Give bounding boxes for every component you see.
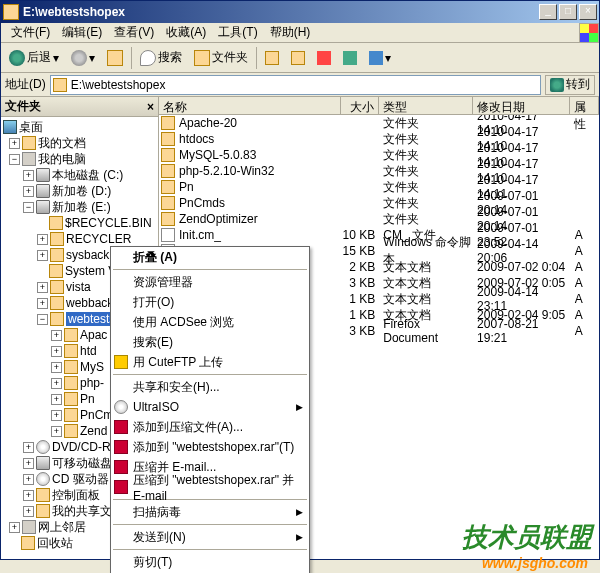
column-type[interactable]: 类型 <box>379 97 473 114</box>
folder-icon <box>50 280 64 294</box>
folder-icon <box>161 164 175 178</box>
submenu-arrow-icon: ▶ <box>296 402 303 412</box>
address-input[interactable]: E:\webtestshopex <box>50 75 541 95</box>
tool-button[interactable] <box>261 49 283 67</box>
folder-icon <box>50 248 64 262</box>
expander[interactable]: + <box>37 282 48 293</box>
menu-explorer[interactable]: 资源管理器 <box>111 272 309 292</box>
file-icon <box>161 228 175 242</box>
tree-item[interactable]: −新加卷 (E:) <box>3 199 156 215</box>
folder-icon <box>64 392 78 406</box>
expander[interactable]: − <box>23 202 34 213</box>
expander[interactable]: + <box>37 298 48 309</box>
expander[interactable]: + <box>23 186 34 197</box>
expander[interactable]: + <box>51 394 62 405</box>
views-icon <box>369 51 383 65</box>
expander[interactable]: + <box>23 170 34 181</box>
address-label: 地址(D) <box>5 76 46 93</box>
separator <box>131 47 132 69</box>
tool-icon <box>317 51 331 65</box>
menu-add-archive[interactable]: 添加到压缩文件(A)... <box>111 417 309 437</box>
column-size[interactable]: 大小 <box>341 97 379 114</box>
goto-button[interactable]: 转到 <box>545 75 595 95</box>
expander[interactable]: + <box>9 522 20 533</box>
separator <box>113 524 307 525</box>
expander[interactable]: + <box>51 410 62 421</box>
search-button[interactable]: 搜索 <box>136 47 186 68</box>
folder-icon <box>161 196 175 210</box>
up-folder-icon <box>107 50 123 66</box>
tree-item[interactable]: +新加卷 (D:) <box>3 183 156 199</box>
maximize-button[interactable]: □ <box>559 4 577 20</box>
expander[interactable]: + <box>51 378 62 389</box>
computer-icon <box>22 152 36 166</box>
menu-cuteftp[interactable]: 用 CuteFTP 上传 <box>111 352 309 372</box>
separator <box>113 374 307 375</box>
close-button[interactable]: × <box>579 4 597 20</box>
drive-icon <box>36 200 50 214</box>
menu-view[interactable]: 查看(V) <box>108 22 160 43</box>
forward-icon <box>71 50 87 66</box>
menu-open[interactable]: 打开(O) <box>111 292 309 312</box>
tree-desktop[interactable]: 桌面 <box>3 119 156 135</box>
expander[interactable]: + <box>23 506 34 517</box>
tree-item[interactable]: +我的文档 <box>3 135 156 151</box>
views-button[interactable]: ▾ <box>365 49 395 67</box>
tree-item[interactable]: −我的电脑 <box>3 151 156 167</box>
tool-button[interactable] <box>313 49 335 67</box>
cd-icon <box>36 472 50 486</box>
menu-add-to[interactable]: 添加到 "webtestshopex.rar"(T) <box>111 437 309 457</box>
separator <box>113 549 307 550</box>
menu-collapse[interactable]: 折叠 (A) <box>111 247 309 267</box>
menu-acdsee[interactable]: 使用 ACDSee 浏览 <box>111 312 309 332</box>
column-name[interactable]: 名称 <box>159 97 341 114</box>
tree-item[interactable]: $RECYCLE.BIN <box>3 215 156 231</box>
folder-icon <box>49 216 63 230</box>
back-button[interactable]: 后退 ▾ <box>5 47 63 68</box>
expander[interactable]: − <box>37 314 48 325</box>
expander[interactable]: + <box>37 250 48 261</box>
expander[interactable]: − <box>9 154 20 165</box>
shared-icon <box>36 504 50 518</box>
expander[interactable]: + <box>51 330 62 341</box>
search-icon <box>140 50 156 66</box>
expander[interactable]: + <box>23 458 34 469</box>
expander[interactable]: + <box>23 442 34 453</box>
menu-scan[interactable]: 扫描病毒▶ <box>111 502 309 522</box>
tree-item[interactable]: +本地磁盘 (C:) <box>3 167 156 183</box>
expander[interactable]: + <box>51 362 62 373</box>
tree-item[interactable]: +RECYCLER <box>3 231 156 247</box>
cd-icon <box>36 440 50 454</box>
menu-cut[interactable]: 剪切(T) <box>111 552 309 572</box>
minimize-button[interactable]: _ <box>539 4 557 20</box>
menu-help[interactable]: 帮助(H) <box>264 22 317 43</box>
folders-button[interactable]: 文件夹 <box>190 47 252 68</box>
folder-icon <box>22 136 36 150</box>
expander[interactable]: + <box>9 138 20 149</box>
menu-email-to[interactable]: 压缩到 "webtestshopex.rar" 并 E-mail <box>111 477 309 497</box>
tool-button[interactable] <box>287 49 309 67</box>
context-menu: 折叠 (A) 资源管理器 打开(O) 使用 ACDSee 浏览 搜索(E) 用 … <box>110 246 310 573</box>
sidebar-close-button[interactable]: × <box>147 100 154 114</box>
removable-icon <box>36 456 50 470</box>
tool-button[interactable] <box>339 49 361 67</box>
menu-favorites[interactable]: 收藏(A) <box>160 22 212 43</box>
menu-ultraiso[interactable]: UltraISO▶ <box>111 397 309 417</box>
expander[interactable]: + <box>23 474 34 485</box>
expander[interactable]: + <box>37 234 48 245</box>
expander[interactable]: + <box>51 346 62 357</box>
forward-button[interactable]: ▾ <box>67 48 99 68</box>
column-date[interactable]: 修改日期 <box>473 97 571 114</box>
menu-edit[interactable]: 编辑(E) <box>56 22 108 43</box>
up-button[interactable] <box>103 48 127 68</box>
desktop-icon <box>3 120 17 134</box>
column-attr[interactable]: 属性 <box>570 97 599 114</box>
menu-tools[interactable]: 工具(T) <box>212 22 263 43</box>
menu-sendto[interactable]: 发送到(N)▶ <box>111 527 309 547</box>
menu-share[interactable]: 共享和安全(H)... <box>111 377 309 397</box>
menu-file[interactable]: 文件(F) <box>5 22 56 43</box>
expander[interactable]: + <box>51 426 62 437</box>
folder-icon <box>161 180 175 194</box>
expander[interactable]: + <box>23 490 34 501</box>
menu-search[interactable]: 搜索(E) <box>111 332 309 352</box>
